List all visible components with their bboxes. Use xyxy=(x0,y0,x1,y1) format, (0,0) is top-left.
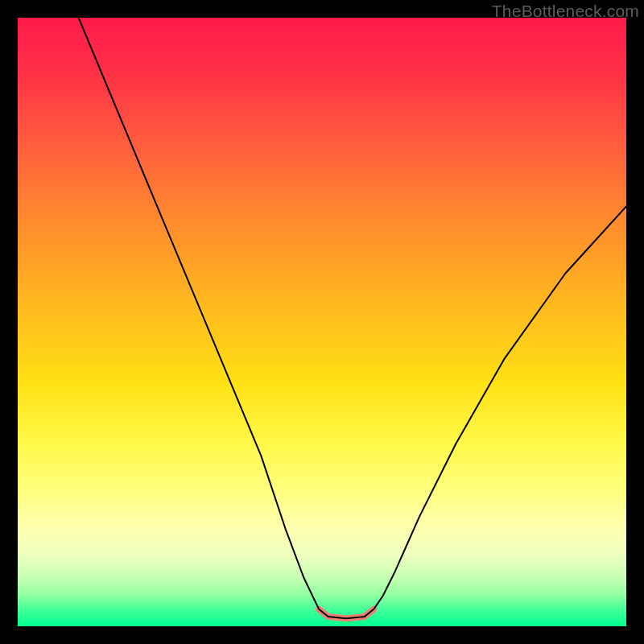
watermark-text: TheBottleneck.com xyxy=(492,2,639,21)
curve-main xyxy=(79,18,626,618)
chart-frame: TheBottleneck.com xyxy=(0,0,644,644)
chart-svg xyxy=(18,18,626,626)
plot-area xyxy=(18,18,626,626)
curve-highlight xyxy=(319,609,374,618)
